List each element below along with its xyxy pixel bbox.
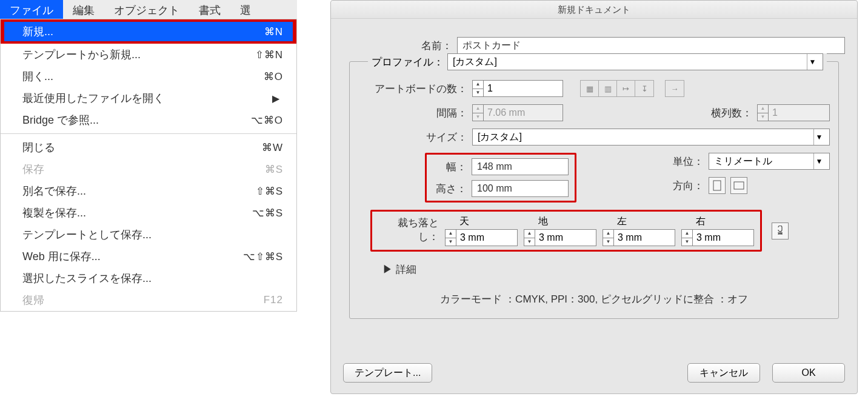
file-menu-panel: ファイル 編集 オブジェクト 書式 選 新規... ⌘N テンプレートから新規.…	[0, 0, 297, 312]
menu-divider-1	[1, 133, 296, 134]
menu-close[interactable]: 閉じる ⌘W	[1, 136, 296, 158]
menubar-select[interactable]: 選	[230, 0, 261, 19]
bleed-highlight: 裁ち落とし： 天 ▲▼ 地 ▲▼	[370, 210, 762, 252]
menu-new-label: 新規...	[22, 24, 53, 39]
advanced-label: 詳細	[396, 264, 416, 275]
chevron-down-icon: ▼	[813, 129, 824, 145]
landscape-icon	[733, 181, 744, 190]
triangle-right-icon: ▶	[382, 264, 393, 275]
menubar-format[interactable]: 書式	[189, 0, 230, 19]
bleed-right-label: 右	[681, 215, 706, 228]
height-input[interactable]	[472, 180, 569, 197]
name-label: 名前：	[343, 39, 452, 53]
menu-save-copy[interactable]: 複製を保存... ⌥⌘S	[1, 202, 296, 224]
link-icon	[776, 226, 784, 236]
menu-open-recent[interactable]: 最近使用したファイルを開く ▶	[1, 87, 296, 109]
columns-label: 横列数：	[711, 106, 752, 120]
portrait-icon	[713, 180, 721, 191]
menu-save-copy-label: 複製を保存...	[22, 206, 86, 220]
menubar-object[interactable]: オブジェクト	[104, 0, 189, 19]
orientation-landscape-button[interactable]	[730, 177, 747, 194]
bleed-left-stepper[interactable]: ▲▼	[603, 229, 675, 246]
file-dropdown: 新規... ⌘N テンプレートから新規... ⇧⌘N 開く... ⌘O 最近使用…	[0, 19, 297, 312]
units-value: ミリメートル	[714, 155, 772, 168]
spacing-label: 間隔：	[358, 106, 467, 120]
size-value: [カスタム]	[478, 131, 522, 144]
menu-close-label: 閉じる	[22, 140, 55, 155]
menu-new-from-template-label: テンプレートから新規...	[22, 47, 141, 62]
menu-revert-label: 復帰	[22, 293, 44, 307]
layout-row-icon[interactable]: ↦	[617, 81, 635, 96]
profile-group: プロファイル： [カスタム] ▼ アートボードの数： ▲▼ ▦ ▥ ↦ ↧	[349, 61, 839, 319]
menubar-file[interactable]: ファイル	[0, 0, 63, 19]
menu-new-from-template[interactable]: テンプレートから新規... ⇧⌘N	[1, 44, 296, 65]
artboards-stepper[interactable]: ▲▼	[472, 80, 563, 97]
profile-select[interactable]: [カスタム] ▼	[447, 53, 823, 70]
menu-save-shortcut: ⌘S	[265, 163, 283, 176]
layout-col-icon[interactable]: ↧	[635, 81, 653, 96]
bleed-right-input[interactable]	[693, 230, 753, 246]
bleed-bottom-stepper[interactable]: ▲▼	[524, 229, 596, 246]
advanced-disclosure[interactable]: ▶ 詳細	[382, 263, 830, 276]
bleed-top-label: 天	[445, 215, 469, 228]
height-label: 高さ：	[433, 182, 467, 196]
document-info: カラーモード ：CMYK, PPI：300, ピクセルグリッドに整合 ：オフ	[358, 292, 830, 306]
cancel-button[interactable]: キャンセル	[687, 363, 760, 383]
units-label: 単位：	[673, 155, 704, 169]
units-select[interactable]: ミリメートル ▼	[709, 153, 830, 170]
bleed-top-input[interactable]	[456, 230, 517, 246]
artboard-direction-icons[interactable]: →	[665, 80, 684, 97]
spacing-input	[484, 105, 563, 121]
layout-grid-col-icon[interactable]: ▥	[599, 81, 617, 96]
menu-new-from-template-shortcut: ⇧⌘N	[255, 49, 283, 61]
menubar: ファイル 編集 オブジェクト 書式 選	[0, 0, 297, 19]
columns-input	[769, 105, 829, 121]
menu-browse-bridge-label: Bridge で参照...	[22, 113, 99, 127]
width-label: 幅：	[433, 160, 467, 174]
menu-save-copy-shortcut: ⌥⌘S	[252, 207, 283, 219]
menu-open-recent-label: 最近使用したファイルを開く	[22, 91, 164, 105]
menu-open-label: 開く...	[22, 69, 53, 84]
artboard-layout-icons[interactable]: ▦ ▥ ↦ ↧	[580, 80, 654, 97]
chevron-down-icon: ▼	[807, 54, 818, 70]
menu-save-slices[interactable]: 選択したスライスを保存...	[1, 267, 296, 289]
menubar-edit[interactable]: 編集	[63, 0, 104, 19]
size-select[interactable]: [カスタム] ▼	[472, 129, 830, 146]
artboards-label: アートボードの数：	[358, 82, 467, 96]
template-button[interactable]: テンプレート...	[343, 363, 432, 383]
artboards-input[interactable]	[484, 81, 563, 96]
menu-save-template[interactable]: テンプレートとして保存...	[1, 224, 296, 246]
menu-browse-bridge[interactable]: Bridge で参照... ⌥⌘O	[1, 109, 296, 131]
menu-open-shortcut: ⌘O	[264, 70, 283, 83]
menu-save-label: 保存	[22, 162, 44, 176]
menu-save-web-label: Web 用に保存...	[22, 249, 101, 264]
orientation-label: 方向：	[673, 179, 704, 193]
layout-grid-row-icon[interactable]: ▦	[581, 81, 599, 96]
bleed-link-button[interactable]	[772, 223, 789, 239]
name-input[interactable]	[457, 37, 845, 54]
submenu-arrow-icon: ▶	[272, 93, 283, 104]
menu-new[interactable]: 新規... ⌘N	[1, 19, 296, 44]
menu-new-shortcut: ⌘N	[264, 25, 283, 38]
bleed-left-label: 左	[603, 215, 627, 228]
bleed-right-stepper[interactable]: ▲▼	[681, 229, 754, 246]
bleed-left-input[interactable]	[614, 230, 675, 246]
menu-save-web[interactable]: Web 用に保存... ⌥⇧⌘S	[1, 246, 296, 267]
bleed-bottom-input[interactable]	[535, 230, 596, 246]
menu-open[interactable]: 開く... ⌘O	[1, 65, 296, 87]
direction-right-icon[interactable]: →	[666, 81, 684, 96]
profile-label: プロファイル：	[372, 55, 444, 69]
width-input[interactable]	[472, 158, 569, 175]
width-height-highlight: 幅： 高さ：	[425, 153, 576, 202]
bleed-top-stepper[interactable]: ▲▼	[445, 229, 518, 246]
chevron-down-icon: ▼	[813, 153, 824, 169]
menu-browse-bridge-shortcut: ⌥⌘O	[251, 114, 283, 127]
orientation-portrait-button[interactable]	[709, 177, 726, 194]
menu-close-shortcut: ⌘W	[262, 141, 283, 154]
svg-rect-0	[713, 181, 721, 190]
menu-save: 保存 ⌘S	[1, 158, 296, 180]
menu-save-as[interactable]: 別名で保存... ⇧⌘S	[1, 180, 296, 202]
menu-save-as-shortcut: ⇧⌘S	[256, 185, 283, 198]
menu-revert: 復帰 F12	[1, 289, 296, 311]
ok-button[interactable]: OK	[772, 363, 845, 383]
